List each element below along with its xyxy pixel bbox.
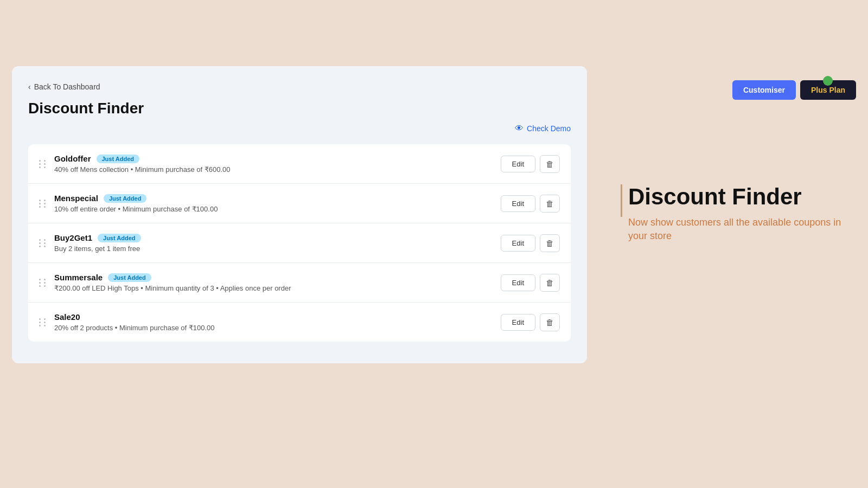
- drag-handle-buy2get1[interactable]: [39, 239, 47, 247]
- delete-button-sale20[interactable]: 🗑: [540, 313, 560, 331]
- promo-section: Discount Finder Now show customers all t…: [628, 184, 856, 243]
- item-left-summersale: Summersale Just Added ₹200.00 off LED Hi…: [39, 273, 291, 292]
- top-buttons-area: Customiser Plus Plan: [732, 80, 856, 100]
- item-left-buy2get1: Buy2Get1 Just Added Buy 2 items, get 1 i…: [39, 233, 141, 253]
- badge-just-added: Just Added: [104, 194, 147, 203]
- discount-list: Goldoffer Just Added 40% off Mens collec…: [28, 144, 571, 342]
- item-left-goldoffer: Goldoffer Just Added 40% off Mens collec…: [39, 154, 230, 174]
- promo-divider: [621, 184, 622, 217]
- edit-button-summersale[interactable]: Edit: [501, 274, 535, 291]
- trash-icon-sale20: 🗑: [546, 318, 554, 327]
- green-dot-indicator: [823, 76, 833, 86]
- item-desc-menspecial: 10% off entire order • Minimum purchase …: [54, 205, 218, 213]
- drag-handle-menspecial[interactable]: [39, 200, 47, 208]
- delete-button-buy2get1[interactable]: 🗑: [540, 234, 560, 252]
- item-name-sale20: Sale20: [54, 312, 80, 322]
- item-name-menspecial: Menspecial: [54, 194, 98, 203]
- item-info-menspecial: Menspecial Just Added 10% off entire ord…: [54, 194, 218, 213]
- edit-button-menspecial[interactable]: Edit: [501, 195, 535, 212]
- item-actions-buy2get1: Edit 🗑: [501, 234, 560, 252]
- item-desc-sale20: 20% off 2 products • Minimum purchase of…: [54, 324, 215, 332]
- item-actions-sale20: Edit 🗑: [501, 313, 560, 331]
- item-desc-buy2get1: Buy 2 items, get 1 item free: [54, 245, 141, 253]
- discount-item-goldoffer: Goldoffer Just Added 40% off Mens collec…: [28, 144, 571, 184]
- trash-icon-goldoffer: 🗑: [546, 159, 554, 169]
- discount-item-sale20: Sale20 20% off 2 products • Minimum purc…: [28, 303, 571, 342]
- item-name-goldoffer: Goldoffer: [54, 154, 91, 163]
- page-title: Discount Finder: [28, 100, 144, 117]
- badge-just-added: Just Added: [97, 155, 140, 163]
- item-info-goldoffer: Goldoffer Just Added 40% off Mens collec…: [54, 154, 230, 174]
- item-desc-summersale: ₹200.00 off LED High Tops • Minimum quan…: [54, 284, 291, 292]
- item-name-row-buy2get1: Buy2Get1 Just Added: [54, 233, 141, 242]
- item-left-menspecial: Menspecial Just Added 10% off entire ord…: [39, 194, 218, 213]
- plus-plan-button[interactable]: Plus Plan: [800, 80, 856, 100]
- item-name-row-summersale: Summersale Just Added: [54, 273, 291, 282]
- promo-title: Discount Finder: [628, 184, 856, 209]
- item-name-buy2get1: Buy2Get1: [54, 233, 92, 242]
- edit-button-goldoffer[interactable]: Edit: [501, 156, 535, 172]
- discount-item-menspecial: Menspecial Just Added 10% off entire ord…: [28, 184, 571, 223]
- back-link-label: Back To Dashboard: [34, 82, 100, 91]
- plus-plan-label: Plus Plan: [811, 86, 845, 94]
- item-name-row-goldoffer: Goldoffer Just Added: [54, 154, 230, 163]
- trash-icon-buy2get1: 🗑: [546, 239, 554, 248]
- item-actions-summersale: Edit 🗑: [501, 274, 560, 292]
- delete-button-summersale[interactable]: 🗑: [540, 274, 560, 292]
- item-name-row-sale20: Sale20: [54, 312, 215, 322]
- item-desc-goldoffer: 40% off Mens collection • Minimum purcha…: [54, 165, 230, 174]
- customiser-button[interactable]: Customiser: [732, 80, 796, 100]
- discount-item-buy2get1: Buy2Get1 Just Added Buy 2 items, get 1 i…: [28, 223, 571, 263]
- item-actions-goldoffer: Edit 🗑: [501, 155, 560, 173]
- item-name-row-menspecial: Menspecial Just Added: [54, 194, 218, 203]
- item-info-sale20: Sale20 20% off 2 products • Minimum purc…: [54, 312, 215, 332]
- check-demo-link[interactable]: 👁 Check Demo: [515, 124, 571, 133]
- trash-icon-menspecial: 🗑: [546, 199, 554, 208]
- drag-handle-goldoffer[interactable]: [39, 160, 47, 168]
- delete-button-goldoffer[interactable]: 🗑: [540, 155, 560, 173]
- item-left-sale20: Sale20 20% off 2 products • Minimum purc…: [39, 312, 215, 332]
- item-actions-menspecial: Edit 🗑: [501, 195, 560, 213]
- badge-just-added: Just Added: [108, 273, 151, 282]
- item-info-summersale: Summersale Just Added ₹200.00 off LED Hi…: [54, 273, 291, 292]
- edit-button-sale20[interactable]: Edit: [501, 314, 535, 331]
- delete-button-menspecial[interactable]: 🗑: [540, 195, 560, 213]
- promo-subtitle: Now show customers all the available cou…: [628, 216, 856, 243]
- badge-just-added: Just Added: [98, 234, 141, 242]
- check-demo-label: Check Demo: [527, 124, 571, 133]
- item-info-buy2get1: Buy2Get1 Just Added Buy 2 items, get 1 i…: [54, 233, 141, 253]
- edit-button-buy2get1[interactable]: Edit: [501, 235, 535, 252]
- drag-handle-sale20[interactable]: [39, 318, 47, 326]
- item-name-summersale: Summersale: [54, 273, 103, 282]
- eye-icon: 👁: [515, 124, 524, 133]
- back-arrow-icon: ‹: [28, 82, 31, 91]
- drag-handle-summersale[interactable]: [39, 279, 47, 287]
- discount-item-summersale: Summersale Just Added ₹200.00 off LED Hi…: [28, 263, 571, 303]
- back-to-dashboard-link[interactable]: ‹ Back To Dashboard: [28, 82, 571, 91]
- trash-icon-summersale: 🗑: [546, 278, 554, 287]
